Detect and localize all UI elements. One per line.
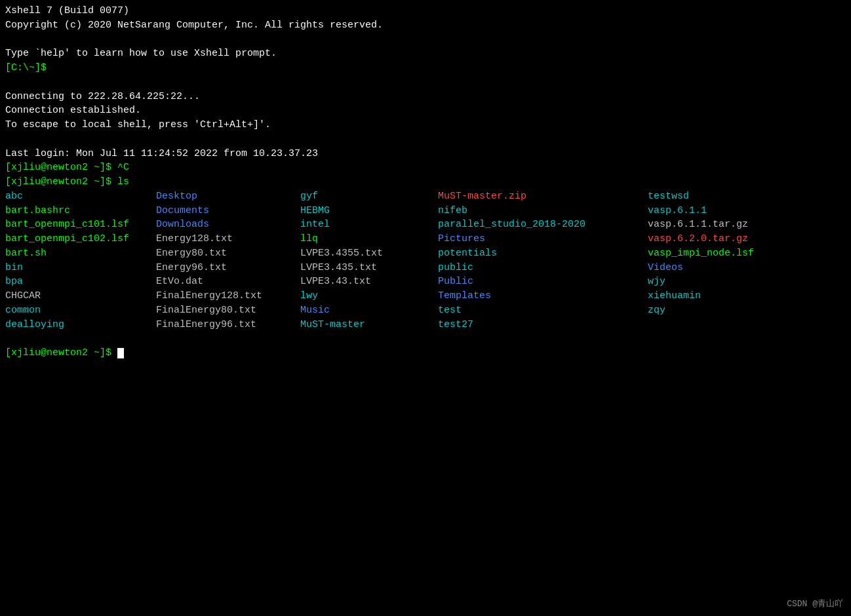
list-item: HEBMG [300, 204, 438, 218]
list-item: FinalEnergy80.txt [156, 303, 300, 318]
copyright-line: Copyright (c) 2020 NetSarang Computer, I… [5, 20, 383, 31]
list-item: bin [5, 261, 156, 275]
escape-hint: To escape to local shell, press 'Ctrl+Al… [5, 119, 271, 130]
list-item: xiehuamin [648, 289, 792, 303]
terminal-output: Xshell 7 (Build 0077) Copyright (c) 2020… [5, 4, 846, 360]
list-item: dealloying [5, 318, 156, 332]
help-hint: Type `help' to learn how to use Xshell p… [5, 48, 277, 59]
last-login: Last login: Mon Jul 11 11:24:52 2022 fro… [5, 148, 318, 159]
list-item: intel [300, 218, 438, 232]
established-line: Connection established. [5, 105, 141, 116]
connecting-line: Connecting to 222.28.64.225:22... [5, 91, 200, 102]
list-item: zqy [648, 303, 792, 318]
list-item: public [438, 261, 648, 275]
list-item: CHGCAR [5, 289, 156, 303]
title-line: Xshell 7 (Build 0077) [5, 5, 129, 16]
list-item: common [5, 303, 156, 318]
list-item: bart_openmpi_c102.lsf [5, 232, 156, 246]
list-item: test27 [438, 318, 648, 332]
list-item: FinalEnergy96.txt [156, 318, 300, 332]
watermark: CSDN @青山吖 [787, 598, 843, 611]
list-item: Public [438, 275, 648, 289]
list-item: FinalEnergy128.txt [156, 289, 300, 303]
list-item: bart.bashrc [5, 204, 156, 218]
list-item: LVPE3.4355.txt [300, 246, 438, 261]
list-item: Downloads [156, 218, 300, 232]
ls-command-line: [xjliu@newton2 ~]$ ls [5, 176, 129, 187]
list-item: bart_openmpi_c101.lsf [5, 218, 156, 232]
list-item [648, 318, 792, 332]
list-item: bpa [5, 275, 156, 289]
list-item: gyf [300, 189, 438, 204]
list-item: Energy80.txt [156, 246, 300, 261]
cursor [117, 348, 124, 358]
list-item: llq [300, 232, 438, 246]
list-item: wjy [648, 275, 792, 289]
list-item: LVPE3.435.txt [300, 261, 438, 275]
list-item: EtVo.dat [156, 275, 300, 289]
final-prompt[interactable]: [xjliu@newton2 ~]$ [5, 347, 117, 358]
list-item: testwsd [648, 189, 792, 204]
list-item: Documents [156, 204, 300, 218]
list-item: vasp.6.1.1.tar.gz [648, 218, 792, 232]
list-item: LVPE3.43.txt [300, 275, 438, 289]
list-item: Templates [438, 289, 648, 303]
list-item: Energy96.txt [156, 261, 300, 275]
list-item: bart.sh [5, 246, 156, 261]
list-item: vasp_impi_node.lsf [648, 246, 792, 261]
list-item: parallel_studio_2018-2020 [438, 218, 648, 232]
list-item: test [438, 303, 648, 318]
list-item: vasp.6.2.0.tar.gz [648, 232, 792, 246]
list-item: vasp.6.1.1 [648, 204, 792, 218]
list-item: Music [300, 303, 438, 318]
list-item: MuST-master [300, 318, 438, 332]
list-item: Energy128.txt [156, 232, 300, 246]
list-item: abc [5, 189, 156, 204]
list-item: Desktop [156, 189, 300, 204]
list-item: Videos [648, 261, 792, 275]
ls-output: abcDesktopgyfMuST-master.ziptestwsdbart.… [5, 189, 846, 332]
ctrl-c-line: [xjliu@newton2 ~]$ ^C [5, 162, 129, 173]
list-item: MuST-master.zip [438, 189, 648, 204]
list-item: potentials [438, 246, 648, 261]
list-item: nifeb [438, 204, 648, 218]
list-item: lwy [300, 289, 438, 303]
list-item: Pictures [438, 232, 648, 246]
local-prompt: [C:\~]$ [5, 62, 47, 73]
terminal-window: Xshell 7 (Build 0077) Copyright (c) 2020… [5, 4, 846, 360]
